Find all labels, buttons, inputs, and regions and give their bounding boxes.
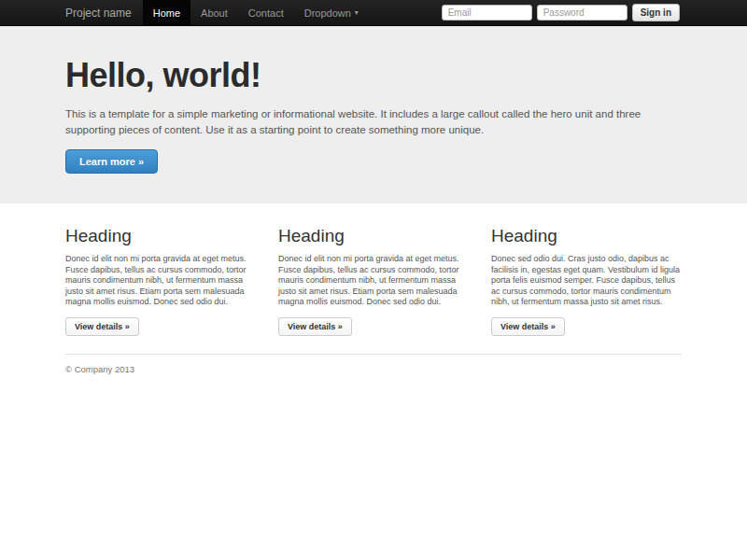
footer-divider: [65, 354, 682, 355]
content-column-1: Heading Donec id elit non mi porta gravi…: [65, 226, 256, 336]
caret-down-icon: ▾: [355, 0, 359, 26]
column-text: Donec id elit non mi porta gravida at eg…: [65, 254, 256, 308]
column-heading: Heading: [65, 226, 256, 246]
nav-item-dropdown[interactable]: Dropdown ▾: [294, 0, 369, 25]
nav-item-about[interactable]: About: [190, 0, 238, 25]
sign-in-button[interactable]: Sign in: [632, 4, 680, 21]
learn-more-button[interactable]: Learn more »: [65, 149, 158, 174]
content-column-3: Heading Donec sed odio dui. Cras justo o…: [491, 226, 682, 336]
nav-item-home[interactable]: Home: [143, 0, 190, 25]
column-heading: Heading: [278, 226, 469, 246]
nav-item-about-label: About: [201, 0, 228, 26]
nav-item-dropdown-label: Dropdown: [304, 0, 351, 26]
column-text: Donec id elit non mi porta gravida at eg…: [278, 254, 469, 308]
nav-item-contact-label: Contact: [248, 0, 284, 26]
view-details-button[interactable]: View details »: [278, 317, 352, 336]
signin-form: Sign in: [442, 0, 680, 25]
nav-item-home-label: Home: [153, 0, 180, 26]
hero-description: This is a template for a simple marketin…: [65, 106, 682, 138]
navbar-brand[interactable]: Project name: [65, 0, 132, 25]
nav-item-contact[interactable]: Contact: [238, 0, 294, 25]
email-input[interactable]: [442, 5, 532, 21]
column-text: Donec sed odio dui. Cras justo odio, dap…: [491, 254, 682, 308]
content-column-2: Heading Donec id elit non mi porta gravi…: [278, 226, 469, 336]
view-details-button[interactable]: View details »: [65, 317, 139, 336]
navbar-menu: Home About Contact Dropdown ▾: [143, 0, 369, 25]
hero-title: Hello, world!: [65, 56, 682, 95]
password-input[interactable]: [537, 5, 627, 21]
hero-unit: Hello, world! This is a template for a s…: [0, 26, 747, 203]
footer: © Company 2013: [65, 364, 682, 374]
view-details-button[interactable]: View details »: [491, 317, 565, 336]
content-row: Heading Donec id elit non mi porta gravi…: [65, 226, 682, 336]
copyright-text: © Company 2013: [65, 364, 682, 374]
main-content: Heading Donec id elit non mi porta gravi…: [65, 226, 682, 374]
column-heading: Heading: [491, 226, 682, 246]
navbar: Project name Home About Contact Dropdown…: [0, 0, 747, 26]
